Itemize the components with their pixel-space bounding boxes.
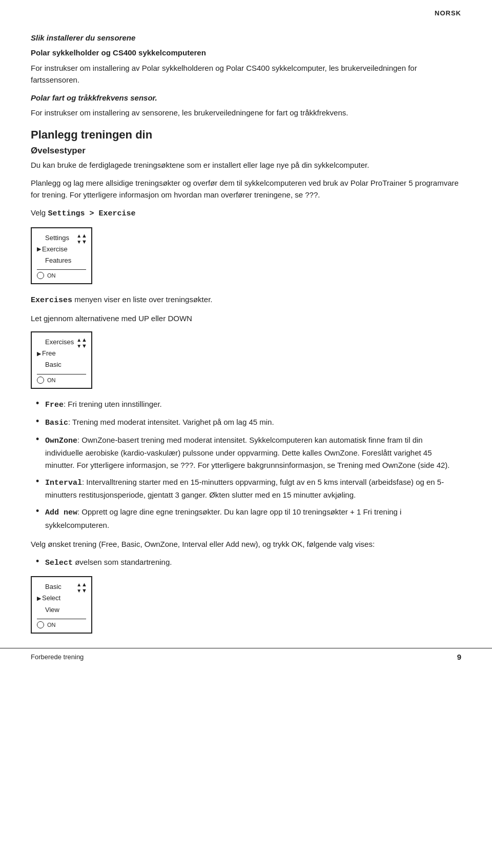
exercise-types-list: Free: Fri trening uten innstillinger. Ba… — [31, 398, 461, 531]
velg-onsket-text: Velg ønsket trening (Free, Basic, OwnZon… — [31, 538, 461, 550]
scroll-up-arrow-3: ▲ — [76, 581, 87, 587]
page-footer: Forberede trening 9 — [0, 648, 492, 661]
device2-btn-label: ON — [47, 377, 56, 383]
list-item-interval: Interval: Intervalltrening starter med e… — [36, 476, 461, 501]
list-item-addnew: Add new: Opprett og lagre dine egne tren… — [36, 506, 461, 531]
device2-btn-circle — [37, 377, 44, 384]
list-item-basic: Basic: Trening med moderat intensitet. V… — [36, 416, 461, 429]
section1-text: For instrukser om installering av Polar … — [31, 62, 461, 86]
device-mockup-1: Settings ▶Exercise Features ▲ ▼ ON — [31, 227, 92, 284]
footer-left-text: Forberede trening — [31, 653, 84, 661]
device2-item-free: ▶Free — [37, 348, 86, 359]
device2-item-basic: Basic — [37, 359, 86, 370]
velg-settings-code: Settings > Exercise — [48, 209, 135, 218]
device3-btn-circle — [37, 621, 44, 628]
device2-scroll-icon: ▲ ▼ — [76, 337, 87, 349]
interval-text: : Intervalltrening starter med en 15-min… — [45, 478, 444, 499]
ovelsestyper-heading: Øvelsestyper — [31, 146, 461, 156]
addnew-code: Add new — [45, 508, 77, 517]
free-text: : Fri trening uten innstillinger. — [64, 400, 162, 408]
scroll-down-arrow: ▼ — [76, 239, 87, 245]
section1-title: Slik installerer du sensorene — [31, 32, 461, 44]
exercises-menu-text: Exercises menyen viser en liste over tre… — [31, 293, 461, 306]
planlegg-text: Planlegg og lag mere allsidige treningsø… — [31, 177, 461, 201]
velg-settings-text: Velg Settings > Exercise — [31, 207, 461, 220]
ownzone-text: : OwnZone-basert trening med moderat int… — [45, 436, 450, 469]
basic-code: Basic — [45, 419, 68, 427]
section1-bold: Polar sykkelholder og CS400 sykkelcomput… — [31, 47, 461, 58]
device3-scroll-icon: ▲ ▼ — [76, 581, 87, 594]
list-item-free: Free: Fri trening uten innstillinger. — [36, 398, 461, 411]
exercises-suffix: menyen viser en liste over treningsøkter… — [72, 295, 212, 304]
velg-settings-prefix: Velg — [31, 208, 48, 217]
device-mockup-2: Exercises ▶Free Basic ▲ ▼ ON — [31, 331, 92, 388]
section2-title: Polar fart og tråkkfrekvens sensor. — [31, 92, 461, 104]
scroll-down-arrow-3: ▼ — [76, 587, 87, 594]
device3-item-view: View — [37, 604, 86, 616]
interval-code: Interval — [45, 479, 82, 487]
device3-footer: ON — [37, 619, 86, 628]
device1-item-features: Features — [37, 255, 86, 266]
device1-scroll-icon: ▲ ▼ — [76, 232, 87, 245]
select-code: Select — [45, 559, 73, 567]
ownzone-code: OwnZone — [45, 437, 77, 445]
select-list: Select øvelsen som standartrening. — [31, 556, 461, 569]
device1-btn-label: ON — [47, 272, 56, 279]
addnew-text: : Opprett og lagre dine egne treningsøkt… — [45, 507, 401, 529]
device3-item-select: ▶Select — [37, 593, 86, 604]
language-label: NORSK — [435, 9, 461, 17]
device1-item-exercise: ▶Exercise — [37, 244, 86, 255]
select-text: øvelsen som standartrening. — [73, 558, 172, 566]
section2-text: For instrukser om installering av sensor… — [31, 107, 461, 119]
list-item-ownzone: OwnZone: OwnZone-basert trening med mode… — [36, 434, 461, 471]
scroll-up-arrow-2: ▲ — [76, 337, 87, 343]
page-number: 9 — [457, 653, 461, 661]
ovelsestyper-text: Du kan bruke de ferdiglagede treningsøkt… — [31, 159, 461, 171]
scroll-down-arrow-2: ▼ — [76, 343, 87, 349]
list-item-select: Select øvelsen som standartrening. — [36, 556, 461, 569]
device1-btn-circle — [37, 272, 44, 279]
exercises-code: Exercises — [31, 296, 72, 305]
device2-footer: ON — [37, 374, 86, 384]
device3-btn-label: ON — [47, 622, 56, 628]
free-code: Free — [45, 401, 64, 409]
device1-footer: ON — [37, 269, 86, 279]
let-gjennom-text: Let gjennom alternativene med UP eller D… — [31, 312, 461, 324]
device-mockup-3: Basic ▶Select View ▲ ▼ ON — [31, 576, 92, 633]
scroll-up-arrow: ▲ — [76, 232, 87, 239]
planlegg-heading: Planlegg treningen din — [31, 128, 461, 142]
basic-text: : Trening med moderat intensitet. Varigh… — [68, 418, 274, 426]
